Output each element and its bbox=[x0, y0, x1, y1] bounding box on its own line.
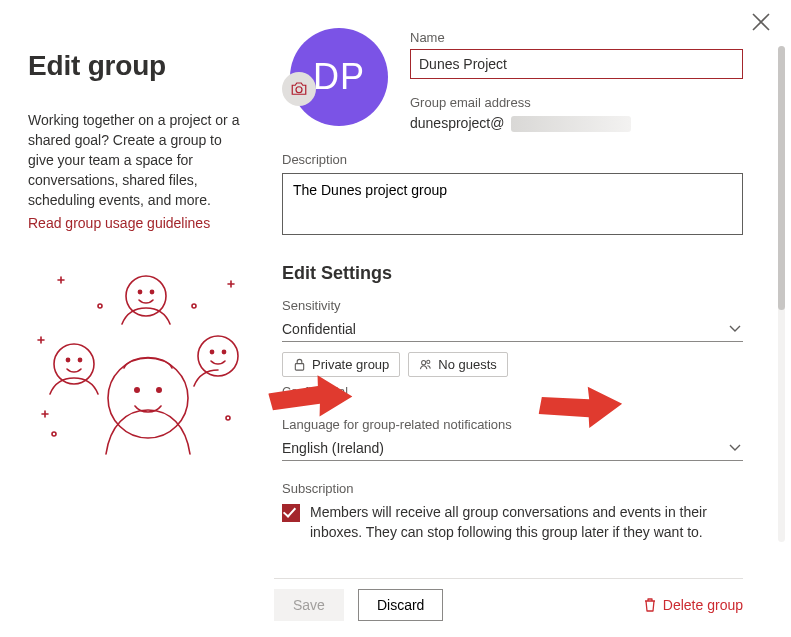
svg-point-12 bbox=[98, 304, 102, 308]
email-value: dunesproject@ bbox=[410, 115, 504, 131]
sensitivity-select[interactable]: Confidential bbox=[282, 319, 743, 342]
chevron-down-icon bbox=[729, 323, 741, 335]
subscription-label: Subscription bbox=[282, 481, 743, 496]
email-label: Group email address bbox=[410, 95, 743, 110]
name-input[interactable] bbox=[410, 49, 743, 79]
svg-point-1 bbox=[135, 388, 139, 392]
lock-icon bbox=[293, 358, 306, 371]
page-title: Edit group bbox=[28, 50, 248, 82]
chevron-down-icon bbox=[729, 442, 741, 454]
guests-pill: No guests bbox=[408, 352, 508, 377]
svg-point-0 bbox=[108, 358, 188, 438]
change-photo-button[interactable] bbox=[282, 72, 316, 106]
language-value: English (Ireland) bbox=[282, 440, 384, 456]
description-label: Description bbox=[282, 152, 743, 167]
footer-bar: Save Discard Delete group bbox=[274, 578, 743, 637]
svg-point-15 bbox=[226, 416, 230, 420]
camera-icon bbox=[290, 82, 308, 96]
svg-point-8 bbox=[78, 358, 81, 361]
svg-point-13 bbox=[192, 304, 196, 308]
sensitivity-note: Confidential bbox=[282, 385, 743, 399]
svg-point-10 bbox=[210, 350, 213, 353]
privacy-pill: Private group bbox=[282, 352, 400, 377]
email-domain-redacted bbox=[511, 116, 631, 132]
svg-point-5 bbox=[150, 290, 153, 293]
language-select[interactable]: English (Ireland) bbox=[282, 438, 743, 461]
discard-button[interactable]: Discard bbox=[358, 589, 443, 621]
intro-text: Working together on a project or a share… bbox=[28, 110, 248, 210]
svg-point-19 bbox=[427, 360, 430, 363]
svg-point-11 bbox=[222, 350, 225, 353]
guests-pill-text: No guests bbox=[438, 357, 497, 372]
subscription-text: Members will receive all group conversat… bbox=[310, 502, 743, 542]
svg-point-3 bbox=[126, 276, 166, 316]
sensitivity-label: Sensitivity bbox=[282, 298, 743, 313]
form-area: DP Name Group email address dunesproject… bbox=[274, 0, 791, 637]
svg-point-2 bbox=[157, 388, 161, 392]
save-button[interactable]: Save bbox=[274, 589, 344, 621]
language-label: Language for group-related notifications bbox=[282, 417, 743, 432]
svg-rect-17 bbox=[295, 364, 303, 371]
delete-group-link[interactable]: Delete group bbox=[643, 597, 743, 613]
people-icon bbox=[419, 358, 432, 371]
sensitivity-value: Confidential bbox=[282, 321, 356, 337]
svg-point-16 bbox=[296, 87, 302, 93]
description-input[interactable] bbox=[282, 173, 743, 235]
privacy-pill-text: Private group bbox=[312, 357, 389, 372]
svg-point-7 bbox=[66, 358, 69, 361]
side-panel: Edit group Working together on a project… bbox=[0, 0, 274, 637]
trash-icon bbox=[643, 597, 657, 613]
guidelines-link[interactable]: Read group usage guidelines bbox=[28, 215, 210, 231]
name-label: Name bbox=[410, 30, 743, 45]
delete-group-text: Delete group bbox=[663, 597, 743, 613]
people-illustration bbox=[28, 266, 248, 466]
avatar-block: DP bbox=[282, 28, 388, 134]
svg-point-18 bbox=[422, 361, 426, 365]
svg-point-14 bbox=[52, 432, 56, 436]
svg-point-4 bbox=[138, 290, 141, 293]
settings-heading: Edit Settings bbox=[282, 263, 743, 284]
subscription-checkbox[interactable] bbox=[282, 504, 300, 522]
